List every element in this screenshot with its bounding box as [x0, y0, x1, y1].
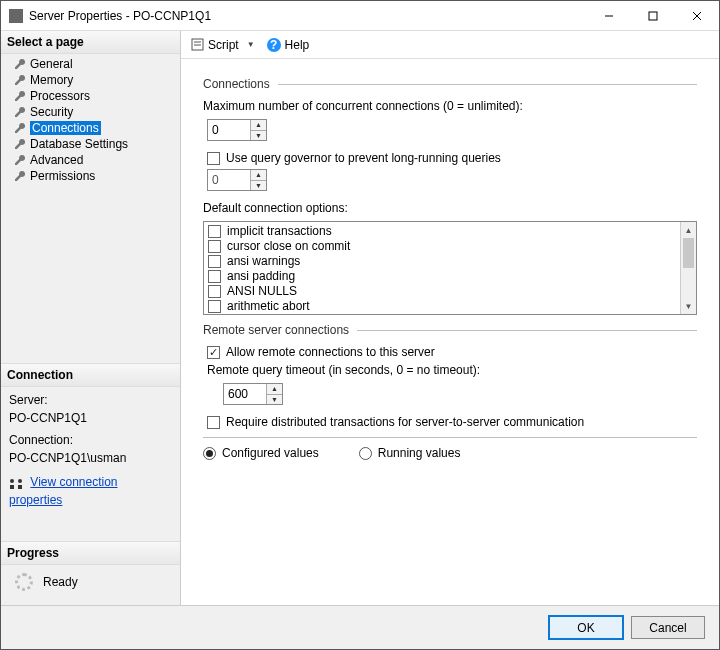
wrench-icon: [13, 74, 26, 87]
help-button[interactable]: ? Help: [265, 38, 312, 52]
default-options-listbox[interactable]: implicit transactionscursor close on com…: [203, 221, 697, 315]
page-item-memory[interactable]: Memory: [1, 72, 180, 88]
list-item[interactable]: cursor close on commit: [208, 239, 676, 254]
wrench-icon: [13, 122, 26, 135]
option-checkbox[interactable]: [208, 240, 221, 253]
page-item-label: Processors: [30, 89, 90, 103]
content-area: Connections Maximum number of concurrent…: [181, 59, 719, 605]
page-item-label: Security: [30, 105, 73, 119]
progress-header: Progress: [1, 541, 180, 565]
page-item-permissions[interactable]: Permissions: [1, 168, 180, 184]
maximize-button[interactable]: [631, 1, 675, 31]
dialog-footer: OK Cancel: [1, 605, 719, 649]
page-item-label: Database Settings: [30, 137, 128, 151]
page-item-label: General: [30, 57, 73, 71]
scroll-up-icon[interactable]: ▲: [681, 222, 696, 238]
option-checkbox[interactable]: [208, 255, 221, 268]
list-item[interactable]: arithmetic abort: [208, 299, 676, 314]
wrench-icon: [13, 170, 26, 183]
option-checkbox[interactable]: [208, 300, 221, 313]
page-item-connections[interactable]: Connections: [1, 120, 180, 136]
connection-info-block: Server: PO-CCNP1Q1 Connection: PO-CCNP1Q…: [1, 387, 180, 513]
minimize-button[interactable]: [587, 1, 631, 31]
page-item-processors[interactable]: Processors: [1, 88, 180, 104]
cancel-button-label: Cancel: [649, 621, 686, 635]
help-icon: ?: [267, 38, 281, 52]
scroll-down-icon[interactable]: ▼: [681, 298, 696, 314]
query-governor-checkbox[interactable]: [207, 152, 220, 165]
spin-up-icon: ▲: [251, 170, 266, 181]
wrench-icon: [13, 138, 26, 151]
wrench-icon: [13, 58, 26, 71]
connection-label: Connection:: [9, 431, 172, 449]
svg-rect-6: [10, 485, 14, 489]
window-title: Server Properties - PO-CCNP1Q1: [29, 9, 587, 23]
query-governor-input: [208, 170, 250, 190]
help-button-label: Help: [285, 38, 310, 52]
page-item-general[interactable]: General: [1, 56, 180, 72]
scroll-thumb[interactable]: [683, 238, 694, 268]
page-item-security[interactable]: Security: [1, 104, 180, 120]
remote-timeout-spinner[interactable]: ▲▼: [223, 383, 283, 405]
svg-rect-1: [649, 12, 657, 20]
remote-group-label: Remote server connections: [203, 323, 349, 337]
list-item[interactable]: ANSI NULLS: [208, 284, 676, 299]
default-options-label: Default connection options:: [203, 201, 697, 215]
ok-button[interactable]: OK: [549, 616, 623, 639]
remote-timeout-label: Remote query timeout (in seconds, 0 = no…: [207, 363, 697, 377]
configured-values-label: Configured values: [222, 446, 319, 460]
progress-spinner-icon: [15, 573, 33, 591]
wrench-icon: [13, 90, 26, 103]
option-checkbox[interactable]: [208, 270, 221, 283]
page-item-label: Memory: [30, 73, 73, 87]
server-value: PO-CCNP1Q1: [9, 409, 172, 427]
listbox-scrollbar[interactable]: ▲ ▼: [680, 222, 696, 314]
allow-remote-checkbox[interactable]: [207, 346, 220, 359]
spin-down-icon[interactable]: ▼: [267, 395, 282, 405]
require-dtc-label: Require distributed transactions for ser…: [226, 415, 584, 429]
chevron-down-icon[interactable]: ▼: [243, 40, 259, 49]
configured-values-radio[interactable]: Configured values: [203, 446, 319, 460]
list-item[interactable]: ansi padding: [208, 269, 676, 284]
select-page-header: Select a page: [1, 31, 180, 54]
svg-point-4: [10, 479, 14, 483]
require-dtc-checkbox[interactable]: [207, 416, 220, 429]
page-item-advanced[interactable]: Advanced: [1, 152, 180, 168]
option-label: ansi padding: [227, 269, 295, 284]
view-connection-properties-row: View connection properties: [9, 473, 172, 509]
server-properties-window: Server Properties - PO-CCNP1Q1 Select a …: [0, 0, 720, 650]
option-checkbox[interactable]: [208, 225, 221, 238]
close-button[interactable]: [675, 1, 719, 31]
radio-icon: [359, 447, 372, 460]
ok-button-label: OK: [577, 621, 594, 635]
titlebar: Server Properties - PO-CCNP1Q1: [1, 1, 719, 31]
app-icon: [9, 9, 23, 23]
max-connections-spinner[interactable]: ▲▼: [207, 119, 267, 141]
wrench-icon: [13, 106, 26, 119]
remote-timeout-input[interactable]: [224, 384, 266, 404]
view-connection-properties-link[interactable]: View connection properties: [9, 475, 118, 507]
script-button-label: Script: [208, 38, 239, 52]
wrench-icon: [13, 154, 26, 167]
progress-row: Ready: [1, 565, 180, 605]
script-button[interactable]: Script ▼: [189, 38, 261, 52]
page-item-database-settings[interactable]: Database Settings: [1, 136, 180, 152]
query-governor-spinner: ▲▼: [207, 169, 267, 191]
list-item[interactable]: ansi warnings: [208, 254, 676, 269]
option-label: ANSI NULLS: [227, 284, 297, 299]
list-item[interactable]: implicit transactions: [208, 224, 676, 239]
cancel-button[interactable]: Cancel: [631, 616, 705, 639]
query-governor-label: Use query governor to prevent long-runni…: [226, 151, 501, 165]
spin-down-icon[interactable]: ▼: [251, 131, 266, 141]
spin-up-icon[interactable]: ▲: [267, 384, 282, 395]
allow-remote-label: Allow remote connections to this server: [226, 345, 435, 359]
spin-up-icon[interactable]: ▲: [251, 120, 266, 131]
page-item-label: Connections: [30, 121, 101, 135]
maximize-icon: [648, 11, 658, 21]
max-connections-input[interactable]: [208, 120, 250, 140]
connection-properties-icon: [9, 477, 23, 489]
page-list: GeneralMemoryProcessorsSecurityConnectio…: [1, 54, 180, 186]
option-checkbox[interactable]: [208, 285, 221, 298]
radio-icon: [203, 447, 216, 460]
running-values-radio[interactable]: Running values: [359, 446, 461, 460]
